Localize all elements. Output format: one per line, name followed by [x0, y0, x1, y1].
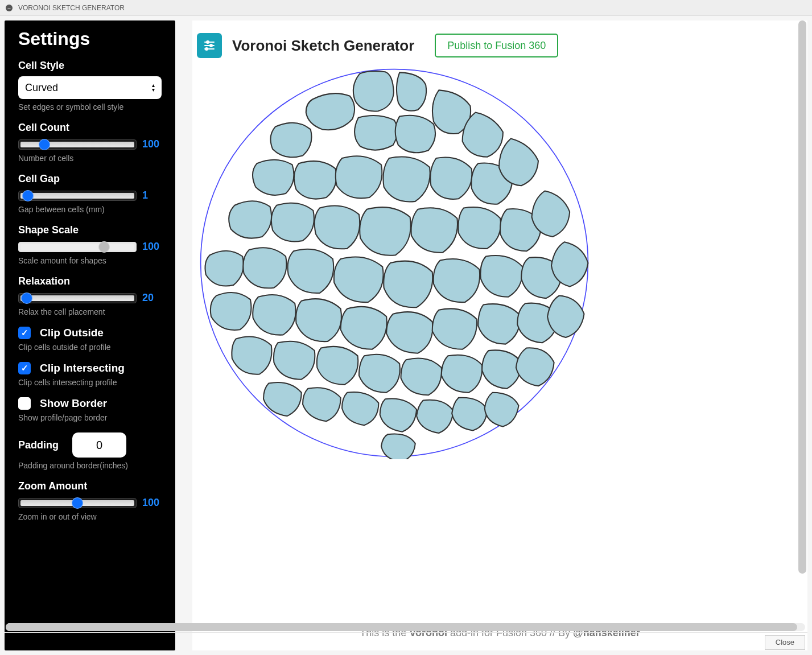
clip-outside-checkbox[interactable]: ✓	[18, 327, 31, 339]
bottom-bar: Close	[5, 632, 807, 652]
shape-scale-slider[interactable]	[18, 242, 137, 252]
vertical-scrollbar[interactable]	[798, 20, 806, 622]
main-area: Settings Cell Style ▴▾ Set edges or symb…	[5, 20, 807, 650]
padding-help: Padding around border(inches)	[18, 461, 162, 470]
clip-outside-group: ✓ Clip Outside Clip cells outside of pro…	[18, 327, 162, 352]
cell-gap-help: Gap between cells (mm)	[18, 205, 162, 214]
zoom-label: Zoom Amount	[18, 480, 162, 492]
relaxation-help: Relax the cell placement	[18, 307, 162, 316]
shape-scale-label: Shape Scale	[18, 224, 162, 236]
cell-style-help: Set edges or symbol cell style	[18, 102, 162, 112]
cell-gap-slider[interactable]	[18, 191, 137, 201]
zoom-value: 100	[142, 497, 162, 509]
cell-count-help: Number of cells	[18, 154, 162, 163]
clip-intersecting-label: Clip Intersecting	[40, 362, 125, 374]
padding-label: Padding	[18, 439, 59, 451]
relaxation-value: 20	[142, 292, 162, 304]
window-control-icon[interactable]: –	[6, 5, 13, 11]
cell-count-slider[interactable]	[18, 139, 137, 150]
publish-button[interactable]: Publish to Fusion 360	[435, 34, 558, 57]
settings-sidebar: Settings Cell Style ▴▾ Set edges or symb…	[5, 20, 175, 650]
show-border-group: Show Border Show profile/page border	[18, 397, 162, 422]
clip-intersecting-help: Clip cells intersecting profile	[18, 378, 162, 387]
cell-gap-group: Cell Gap 1 Gap between cells (mm)	[18, 173, 162, 214]
preview	[192, 58, 807, 627]
padding-input[interactable]	[72, 432, 126, 458]
zoom-help: Zoom in or out of view	[18, 512, 162, 521]
cell-count-group: Cell Count 100 Number of cells	[18, 122, 162, 163]
clip-outside-label: Clip Outside	[40, 327, 104, 339]
relaxation-slider[interactable]	[18, 293, 137, 303]
cell-style-select[interactable]	[18, 76, 162, 99]
cell-count-value: 100	[142, 138, 162, 150]
canvas-area: Voronoi Sketch Generator Publish to Fusi…	[192, 20, 807, 650]
show-border-label: Show Border	[40, 397, 107, 410]
header: Voronoi Sketch Generator Publish to Fusi…	[192, 33, 807, 58]
window: – VORONOI SKETCH GENERATOR Settings Cell…	[0, 0, 812, 655]
cell-style-select-wrap: ▴▾	[18, 76, 162, 99]
voronoi-preview	[198, 67, 591, 459]
cell-style-label: Cell Style	[18, 60, 162, 72]
zoom-slider[interactable]	[18, 498, 137, 508]
sidebar-heading: Settings	[18, 28, 162, 50]
clip-intersecting-group: ✓ Clip Intersecting Clip cells intersect…	[18, 362, 162, 387]
clip-outside-help: Clip cells outside of profile	[18, 343, 162, 352]
shape-scale-help: Scale amount for shapes	[18, 256, 162, 265]
relaxation-label: Relaxation	[18, 275, 162, 287]
svg-point-3	[210, 44, 212, 47]
show-border-checkbox[interactable]	[18, 397, 31, 410]
page-title: Voronoi Sketch Generator	[232, 37, 414, 55]
settings-icon[interactable]	[197, 33, 222, 58]
shape-scale-value: 100	[142, 241, 162, 253]
show-border-help: Show profile/page border	[18, 413, 162, 422]
horizontal-scrollbar[interactable]	[6, 623, 805, 631]
window-title: VORONOI SKETCH GENERATOR	[18, 4, 125, 12]
close-button[interactable]: Close	[765, 635, 805, 650]
clip-intersecting-checkbox[interactable]: ✓	[18, 362, 31, 374]
relaxation-group: Relaxation 20 Relax the cell placement	[18, 275, 162, 316]
cell-count-label: Cell Count	[18, 122, 162, 134]
cell-style-group: Cell Style ▴▾ Set edges or symbol cell s…	[18, 60, 162, 112]
cell-gap-value: 1	[142, 190, 162, 201]
cell-gap-label: Cell Gap	[18, 173, 162, 185]
padding-group: Padding Padding around border(inches)	[18, 432, 162, 470]
titlebar: – VORONOI SKETCH GENERATOR	[0, 0, 812, 16]
svg-point-1	[207, 41, 209, 43]
shape-scale-group: Shape Scale 100 Scale amount for shapes	[18, 224, 162, 265]
zoom-group: Zoom Amount 100 Zoom in or out of view	[18, 480, 162, 521]
content: Settings Cell Style ▴▾ Set edges or symb…	[0, 16, 812, 655]
svg-point-5	[205, 48, 208, 50]
